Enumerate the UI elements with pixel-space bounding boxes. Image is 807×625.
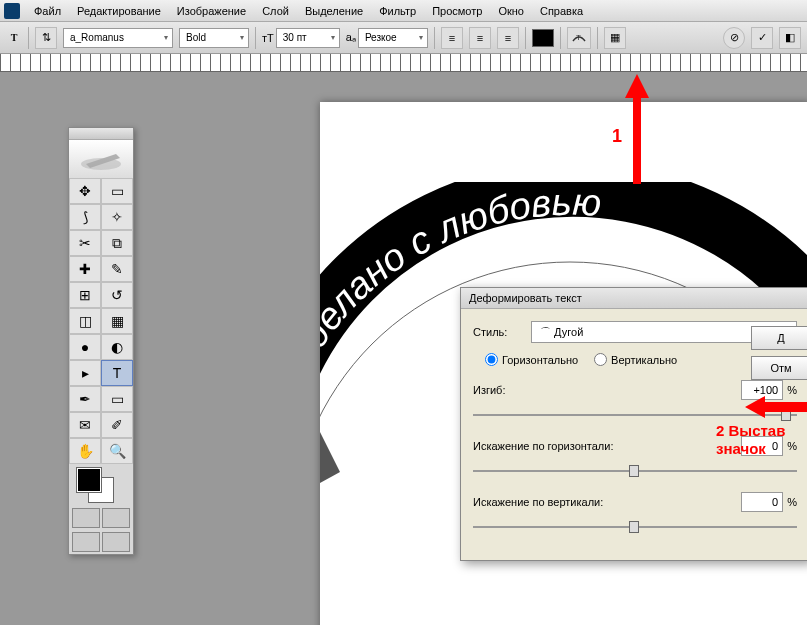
style-label: Стиль: <box>473 326 523 338</box>
menu-filter[interactable]: Фильтр <box>371 5 424 17</box>
hdist-label: Искажение по горизонтали: <box>473 440 741 452</box>
ruler-horizontal <box>0 54 807 72</box>
font-weight-select[interactable]: Bold <box>179 28 249 48</box>
cancel-edit[interactable]: ⊘ <box>723 27 745 49</box>
screen-mode-1[interactable] <box>72 532 100 552</box>
toolbox-grip[interactable] <box>69 128 133 140</box>
hand-tool[interactable]: ✋ <box>69 438 101 464</box>
wand-tool[interactable]: ✧ <box>101 204 133 230</box>
svg-text:T: T <box>576 33 581 42</box>
menu-layer[interactable]: Слой <box>254 5 297 17</box>
screen-mode-2[interactable] <box>102 532 130 552</box>
ok-button[interactable]: Д <box>751 326 807 350</box>
blur-tool[interactable]: ● <box>69 334 101 360</box>
path-tool[interactable]: ▸ <box>69 360 101 386</box>
bend-input[interactable] <box>741 380 783 400</box>
zoom-tool[interactable]: 🔍 <box>101 438 133 464</box>
menu-view[interactable]: Просмотр <box>424 5 490 17</box>
menu-window[interactable]: Окно <box>490 5 532 17</box>
toolbox: ✥ ▭ ⟆ ✧ ✂ ⧉ ✚ ✎ ⊞ ↺ ◫ ▦ ● ◐ ▸ T ✒ ▭ ✉ ✐ … <box>68 127 134 555</box>
menu-bar: Файл Редактирование Изображение Слой Выд… <box>0 0 807 22</box>
menu-select[interactable]: Выделение <box>297 5 371 17</box>
palette-toggle[interactable]: ▦ <box>604 27 626 49</box>
orientation-toggle[interactable]: ⇅ <box>35 27 57 49</box>
foreground-color[interactable] <box>77 468 101 492</box>
align-center[interactable]: ≡ <box>469 27 491 49</box>
dodge-tool[interactable]: ◐ <box>101 334 133 360</box>
menu-help[interactable]: Справка <box>532 5 591 17</box>
annotation-label-2: 2 Выстав значок <box>716 422 785 458</box>
cancel-button[interactable]: Отм <box>751 356 807 380</box>
dialog-title[interactable]: Деформировать текст <box>461 288 807 309</box>
type-tool[interactable]: T <box>101 360 133 386</box>
brush-tool[interactable]: ✎ <box>101 256 133 282</box>
pen-tool[interactable]: ✒ <box>69 386 101 412</box>
hdist-slider[interactable] <box>473 462 797 480</box>
size-icon: тТ <box>262 32 274 44</box>
marquee-tool[interactable]: ▭ <box>101 178 133 204</box>
vdist-slider[interactable] <box>473 518 797 536</box>
workspace: Сделано с любовью ✥ ▭ ⟆ ✧ ✂ ⧉ ✚ ✎ ⊞ ↺ ◫ … <box>0 72 807 625</box>
stamp-tool[interactable]: ⊞ <box>69 282 101 308</box>
toolbox-logo <box>69 140 133 178</box>
eyedropper-tool[interactable]: ✐ <box>101 412 133 438</box>
menu-file[interactable]: Файл <box>26 5 69 17</box>
lasso-tool[interactable]: ⟆ <box>69 204 101 230</box>
eraser-tool[interactable]: ◫ <box>69 308 101 334</box>
edit-mode-quickmask[interactable] <box>102 508 130 528</box>
pct-label: % <box>787 384 797 396</box>
slice-tool[interactable]: ⧉ <box>101 230 133 256</box>
annotation-label-1: 1 <box>612 126 622 147</box>
extra-button[interactable]: ◧ <box>779 27 801 49</box>
align-right[interactable]: ≡ <box>497 27 519 49</box>
options-bar: T ⇅ a_Romanus Bold тТ 30 пт aₐ Резкое ≡ … <box>0 22 807 54</box>
text-color-swatch[interactable] <box>532 29 554 47</box>
menu-edit[interactable]: Редактирование <box>69 5 169 17</box>
notes-tool[interactable]: ✉ <box>69 412 101 438</box>
heal-tool[interactable]: ✚ <box>69 256 101 282</box>
font-family-select[interactable]: a_Romanus <box>63 28 173 48</box>
color-swatches <box>69 464 133 506</box>
orient-horizontal[interactable]: Горизонтально <box>485 353 578 366</box>
menu-image[interactable]: Изображение <box>169 5 254 17</box>
edit-mode-standard[interactable] <box>72 508 100 528</box>
crop-tool[interactable]: ✂ <box>69 230 101 256</box>
move-tool[interactable]: ✥ <box>69 178 101 204</box>
antialias-select[interactable]: Резкое <box>358 28 428 48</box>
text-tool-indicator: T <box>6 30 22 46</box>
orient-vertical[interactable]: Вертикально <box>594 353 677 366</box>
align-left[interactable]: ≡ <box>441 27 463 49</box>
commit-edit[interactable]: ✓ <box>751 27 773 49</box>
aa-icon: aₐ <box>346 31 356 44</box>
warp-text-button[interactable]: T <box>567 27 591 49</box>
vdist-label: Искажение по вертикали: <box>473 496 741 508</box>
history-brush-tool[interactable]: ↺ <box>101 282 133 308</box>
bend-label: Изгиб: <box>473 384 741 396</box>
gradient-tool[interactable]: ▦ <box>101 308 133 334</box>
vdist-input[interactable] <box>741 492 783 512</box>
font-size-select[interactable]: 30 пт <box>276 28 340 48</box>
shape-tool[interactable]: ▭ <box>101 386 133 412</box>
app-icon <box>4 3 20 19</box>
